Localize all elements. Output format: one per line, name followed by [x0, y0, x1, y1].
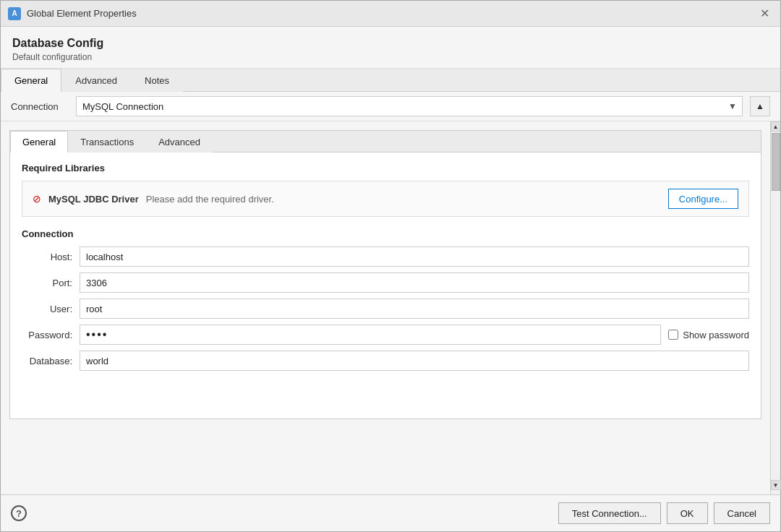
- user-label: User:: [22, 304, 80, 314]
- show-password-checkbox[interactable]: [668, 330, 678, 340]
- title-bar: A Global Element Properties ✕: [1, 1, 780, 27]
- required-libraries-title: Required Libraries: [22, 163, 749, 173]
- connection-label: Connection: [11, 101, 69, 112]
- host-label: Host:: [22, 252, 80, 262]
- host-row: Host:: [22, 246, 749, 267]
- outer-tab-advanced[interactable]: Advanced: [61, 69, 131, 92]
- password-input-wrap: Show password: [80, 325, 749, 345]
- password-label: Password:: [22, 330, 80, 340]
- cancel-button[interactable]: Cancel: [714, 502, 770, 524]
- configure-button[interactable]: Configure...: [668, 189, 738, 209]
- user-input[interactable]: [80, 299, 749, 319]
- outer-tab-notes[interactable]: Notes: [131, 69, 183, 92]
- port-input[interactable]: [80, 273, 749, 293]
- outer-tab-bar: General Advanced Notes: [1, 69, 780, 92]
- error-icon: ⊘: [33, 193, 41, 205]
- app-icon: A: [8, 7, 21, 20]
- close-button[interactable]: ✕: [756, 5, 773, 22]
- user-row: User:: [22, 299, 749, 319]
- scroll-up-btn[interactable]: ▲: [771, 121, 781, 132]
- driver-hint: Please add the required driver.: [146, 194, 661, 205]
- config-subtitle: Default configuration: [12, 52, 769, 62]
- required-libraries-box: ⊘ MySQL JDBC Driver Please add the requi…: [22, 181, 749, 217]
- inner-tab-transactions[interactable]: Transactions: [68, 131, 146, 153]
- help-icon[interactable]: ?: [11, 505, 27, 521]
- show-password-wrap: Show password: [668, 330, 749, 340]
- driver-row: ⊘ MySQL JDBC Driver Please add the requi…: [33, 189, 738, 209]
- connection-select-wrapper: MySQL Connection Generic Connection Orac…: [76, 96, 743, 116]
- show-password-label[interactable]: Show password: [683, 330, 749, 340]
- inner-panel: General Transactions Advanced Required L…: [9, 130, 761, 419]
- inner-tab-bar: General Transactions Advanced: [10, 131, 761, 153]
- host-input[interactable]: [80, 246, 749, 267]
- dialog-body: General Transactions Advanced Required L…: [1, 121, 780, 494]
- driver-name: MySQL JDBC Driver: [48, 194, 139, 205]
- inner-tab-general[interactable]: General: [10, 131, 68, 153]
- ok-button[interactable]: OK: [667, 502, 708, 524]
- password-input[interactable]: [80, 325, 661, 345]
- database-input[interactable]: [80, 351, 749, 371]
- inner-tab-advanced[interactable]: Advanced: [146, 131, 213, 153]
- outer-tab-general[interactable]: General: [1, 69, 61, 92]
- footer-right: Test Connection... OK Cancel: [558, 502, 770, 524]
- dialog-header: Database Config Default configuration: [1, 27, 780, 69]
- scroll-down-btn[interactable]: ▼: [771, 480, 781, 490]
- database-row: Database:: [22, 351, 749, 371]
- scrollbar-thumb[interactable]: [772, 133, 780, 191]
- port-label: Port:: [22, 278, 80, 288]
- config-title: Database Config: [12, 37, 769, 50]
- test-connection-button[interactable]: Test Connection...: [558, 502, 661, 524]
- dialog-title: Global Element Properties: [27, 8, 756, 19]
- dialog-window: A Global Element Properties ✕ Database C…: [0, 0, 781, 532]
- connection-section-title: Connection: [22, 228, 749, 239]
- database-label: Database:: [22, 356, 80, 366]
- connection-row: Connection MySQL Connection Generic Conn…: [1, 92, 780, 121]
- connection-select[interactable]: MySQL Connection Generic Connection Orac…: [76, 96, 743, 116]
- password-row: Password: Show password: [22, 325, 749, 345]
- scrollbar: ▲ ▼: [770, 121, 780, 494]
- inner-content: Required Libraries ⊘ MySQL JDBC Driver P…: [10, 153, 761, 387]
- footer-left: ?: [11, 505, 27, 521]
- main-content: General Transactions Advanced Required L…: [1, 121, 770, 494]
- port-row: Port:: [22, 273, 749, 293]
- scroll-up-button[interactable]: ▲: [750, 96, 770, 116]
- dialog-footer: ? Test Connection... OK Cancel: [1, 494, 780, 531]
